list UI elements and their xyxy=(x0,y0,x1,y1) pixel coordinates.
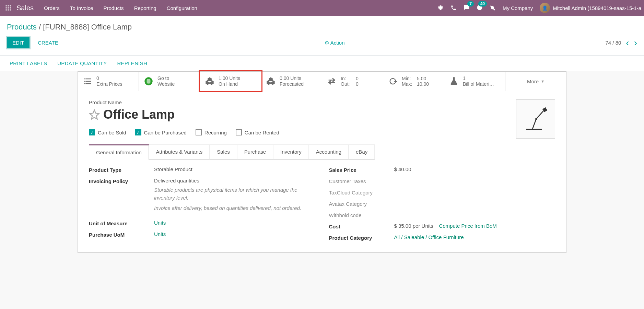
activities-button[interactable]: 40 xyxy=(477,4,483,12)
can-be-purchased-checkbox[interactable]: Can be Purchased xyxy=(135,129,187,135)
boxes-icon xyxy=(266,76,276,86)
storable-help-text: Storable products are physical items for… xyxy=(154,186,305,202)
purchase-uom-label: Purchase UoM xyxy=(89,231,154,238)
favorite-star-icon[interactable] xyxy=(89,109,100,120)
activities-badge: 40 xyxy=(478,1,487,7)
can-be-rented-checkbox[interactable]: Can be Rented xyxy=(236,129,279,135)
avatax-label: Avatax Category xyxy=(329,200,394,207)
product-category-value[interactable]: All / Saleable / Office Furniture xyxy=(394,234,464,240)
print-labels-button[interactable]: PRINT LABELS xyxy=(10,60,47,66)
pager-next[interactable]: › xyxy=(634,37,637,48)
boxes-icon xyxy=(205,76,214,86)
svg-rect-5 xyxy=(10,8,11,9)
svg-rect-4 xyxy=(8,8,9,9)
flask-icon xyxy=(449,76,459,86)
bug-icon[interactable] xyxy=(437,5,444,11)
pager: 74 / 80 ‹ › xyxy=(605,37,637,48)
breadcrumb-parent[interactable]: Products xyxy=(7,23,37,31)
action-button[interactable]: ⚙Action xyxy=(325,40,345,46)
breadcrumb-current: [FURN_8888] Office Lamp xyxy=(43,23,132,31)
uom-value[interactable]: Units xyxy=(154,220,166,226)
svg-rect-6 xyxy=(6,10,7,11)
svg-rect-0 xyxy=(6,5,7,7)
svg-point-12 xyxy=(535,118,537,120)
nav-reporting[interactable]: Reporting xyxy=(134,5,156,11)
form-grid: Product Type Storable Product Invoicing … xyxy=(78,159,566,252)
svg-rect-13 xyxy=(526,129,542,130)
stat-more[interactable]: More ▼ xyxy=(505,72,566,91)
cost-value: $ 35.00 per Units xyxy=(394,223,433,229)
nav-configuration[interactable]: Configuration xyxy=(167,5,197,11)
invoicing-policy-label: Invoicing Policy xyxy=(89,178,154,184)
stat-bom[interactable]: 1Bill of Materi… xyxy=(444,72,505,91)
product-category-label: Product Category xyxy=(329,234,394,241)
left-column: Product Type Storable Product Invoicing … xyxy=(89,166,315,246)
caret-down-icon: ▼ xyxy=(541,79,545,83)
nav-orders[interactable]: Orders xyxy=(44,5,60,11)
purchase-uom-value[interactable]: Units xyxy=(154,231,166,237)
lamp-image-icon xyxy=(520,104,551,134)
globe-icon xyxy=(144,76,153,86)
breadcrumb-sep: / xyxy=(39,23,43,31)
product-flags: Can be Sold Can be Purchased Recurring C… xyxy=(78,125,566,140)
app-brand[interactable]: Sales xyxy=(16,4,34,12)
product-name: Office Lamp xyxy=(103,107,175,122)
right-column: Sales Price $ 40.00 Customer Taxes TaxCl… xyxy=(329,166,555,246)
list-icon xyxy=(83,76,92,86)
product-header: Product Name Office Lamp xyxy=(78,91,566,125)
product-type-value: Storable Product xyxy=(154,166,315,172)
tab-purchase[interactable]: Purchase xyxy=(237,144,273,160)
svg-rect-3 xyxy=(6,8,7,9)
can-be-sold-checkbox[interactable]: Can be Sold xyxy=(89,129,126,135)
taxcloud-label: TaxCloud Category xyxy=(329,189,394,195)
tab-inventory[interactable]: Inventory xyxy=(273,144,309,160)
stat-on-hand[interactable]: 1.00 UnitsOn Hand xyxy=(200,72,261,91)
transfer-icon xyxy=(327,76,337,86)
edit-button[interactable]: EDIT xyxy=(7,37,30,48)
apps-launcher-icon[interactable] xyxy=(3,2,14,13)
main-navbar: Sales Orders To Invoice Products Reporti… xyxy=(0,0,644,16)
tools-icon[interactable] xyxy=(490,5,496,11)
svg-line-10 xyxy=(536,111,543,119)
svg-rect-2 xyxy=(10,5,11,7)
replenish-button[interactable]: REPLENISH xyxy=(117,60,147,66)
svg-rect-7 xyxy=(8,10,9,11)
control-area: Products / [FURN_8888] Office Lamp EDIT … xyxy=(0,16,644,56)
sales-price-value: $ 40.00 xyxy=(394,166,555,172)
phone-icon[interactable] xyxy=(450,5,457,11)
nav-menu: Orders To Invoice Products Reporting Con… xyxy=(44,5,197,11)
nav-to-invoice[interactable]: To Invoice xyxy=(70,5,93,11)
tab-ebay[interactable]: eBay xyxy=(349,144,375,160)
invoicing-policy-value: Delivered quantities xyxy=(154,178,315,183)
company-selector[interactable]: My Company xyxy=(503,5,533,11)
svg-rect-8 xyxy=(10,10,11,11)
sales-price-label: Sales Price xyxy=(329,166,394,173)
tab-sales[interactable]: Sales xyxy=(210,144,237,160)
create-button[interactable]: CREATE xyxy=(32,37,64,48)
compute-bom-button[interactable]: Compute Price from BoM xyxy=(439,223,496,229)
product-tabs: General Information Attributes & Variant… xyxy=(89,144,555,159)
product-type-label: Product Type xyxy=(89,166,154,173)
stat-min-max[interactable]: Min:5.00 Max:10.00 xyxy=(383,72,444,91)
cost-label: Cost xyxy=(329,223,394,229)
user-menu[interactable]: 👤 Mitchell Admin (15894019-saas-15-1-a xyxy=(540,3,641,13)
user-name: Mitchell Admin (15894019-saas-15-1-a xyxy=(553,5,641,11)
stat-extra-prices[interactable]: 0Extra Prices xyxy=(78,72,139,91)
form-sheet: 0Extra Prices Go toWebsite 1.00 UnitsOn … xyxy=(78,71,566,253)
stat-in-out[interactable]: In:0 Out:0 xyxy=(322,72,383,91)
nav-products[interactable]: Products xyxy=(103,5,124,11)
tab-accounting[interactable]: Accounting xyxy=(309,144,349,160)
pager-prev[interactable]: ‹ xyxy=(626,37,629,48)
messages-button[interactable]: 7 xyxy=(464,4,470,12)
refresh-icon xyxy=(388,76,398,86)
tab-attributes-variants[interactable]: Attributes & Variants xyxy=(149,144,210,160)
pager-count[interactable]: 74 / 80 xyxy=(605,40,621,46)
stat-go-to-website[interactable]: Go toWebsite xyxy=(139,72,200,91)
tab-general-information[interactable]: General Information xyxy=(89,144,149,160)
customer-taxes-label: Customer Taxes xyxy=(329,178,394,184)
stat-forecasted[interactable]: 0.00 UnitsForecasted xyxy=(261,72,322,91)
product-image[interactable] xyxy=(516,99,555,139)
update-quantity-button[interactable]: UPDATE QUANTITY xyxy=(57,60,107,66)
recurring-checkbox[interactable]: Recurring xyxy=(196,129,227,135)
uom-label: Unit of Measure xyxy=(89,220,154,226)
